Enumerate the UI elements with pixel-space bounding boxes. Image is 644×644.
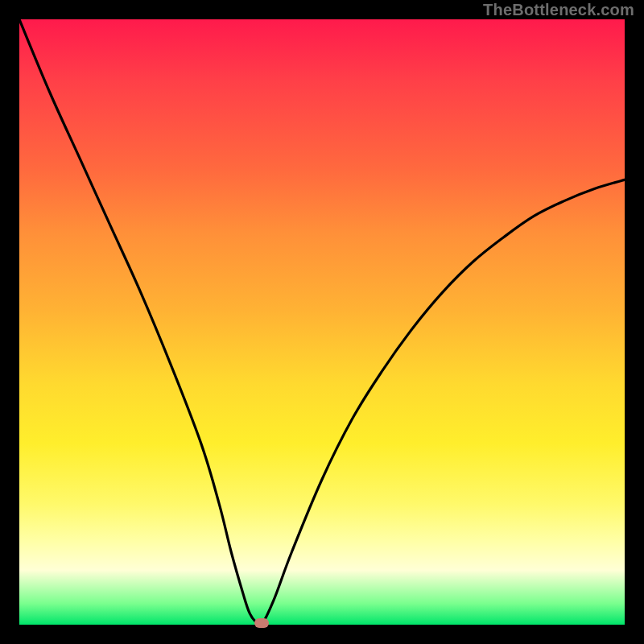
watermark-text: TheBottleneck.com <box>483 1 634 19</box>
chart-curve <box>19 19 625 625</box>
chart-container: TheBottleneck.com <box>0 0 644 644</box>
minimum-marker <box>254 618 269 628</box>
watermark: TheBottleneck.com <box>483 2 634 18</box>
